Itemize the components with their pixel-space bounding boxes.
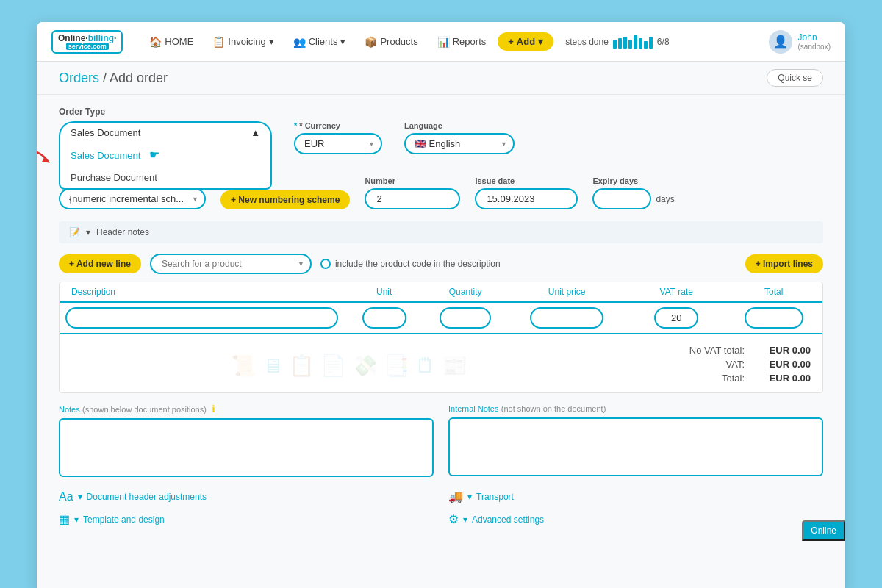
wm-icon-3: 📋 <box>289 354 315 378</box>
wm-icon-5: 💸 <box>352 354 378 378</box>
lines-toolbar: + Add new line include the product code … <box>59 254 823 274</box>
order-type-label: Order Type <box>59 107 823 117</box>
numbering-select[interactable]: {numeric incremental sch... <box>59 188 206 209</box>
language-select[interactable]: 🇬🇧 English 🇵🇱 Polish 🇩🇪 German <box>404 133 514 154</box>
currency-group: * * Currency EUR USD GBP PLN <box>294 121 382 154</box>
number-input[interactable] <box>365 188 460 209</box>
collapse-arrow-2: ▾ <box>74 514 79 525</box>
days-suffix: days <box>656 194 674 204</box>
internal-notes-block: Internal Notes (not shown on the documen… <box>448 404 823 479</box>
add-dropdown-icon: ▾ <box>538 36 543 47</box>
bottom-collapsibles: Aa ▾ Document header adjustments ▦ ▾ Tem… <box>59 487 823 529</box>
collapse-arrow-4: ▾ <box>463 514 467 525</box>
template-design-label: Template and design <box>83 514 165 525</box>
col-unit: Unit <box>344 282 425 302</box>
row-quantity-input[interactable] <box>440 307 491 329</box>
col-quantity: Quantity <box>425 282 506 302</box>
wm-icon-1: 📜 <box>231 354 257 378</box>
logo-line2: service.com <box>66 43 109 50</box>
advanced-settings-toggle[interactable]: ⚙ ▾ Advanced settings <box>448 509 823 529</box>
include-code-radio[interactable] <box>320 259 331 269</box>
logo[interactable]: Online·billing· service.com <box>51 30 123 54</box>
nav-home[interactable]: 🏠 HOME <box>142 32 201 52</box>
svg-marker-0 <box>42 157 50 163</box>
issue-date-input[interactable] <box>475 188 578 209</box>
transport-label: Transport <box>476 492 514 502</box>
collapse-arrow-1: ▾ <box>78 492 82 502</box>
invoicing-dropdown-icon: ▾ <box>269 36 274 47</box>
notes-block: Notes (shown below document positions) ℹ <box>59 404 434 479</box>
currency-select[interactable]: EUR USD GBP PLN <box>294 133 382 154</box>
language-label: Language <box>404 121 514 130</box>
nav-add[interactable]: + + Add Add ▾ <box>498 32 553 51</box>
col-total: Total <box>725 282 822 302</box>
arrow-pointer <box>37 143 55 173</box>
row-unit-price-input[interactable] <box>530 307 603 329</box>
avatar: 👤 <box>769 30 792 54</box>
order-type-option-sales[interactable]: Sales Document ☛ <box>60 143 270 167</box>
advanced-icon: ⚙ <box>448 512 459 526</box>
doc-header-adj-toggle[interactable]: Aa ▾ Document header adjustments <box>59 487 434 506</box>
no-vat-value: EUR 0.00 <box>759 345 811 356</box>
total-value: EUR 0.00 <box>759 373 811 384</box>
row-vat-rate-input[interactable] <box>654 307 698 329</box>
nav-invoicing[interactable]: 📋 Invoicing ▾ <box>205 32 281 52</box>
wm-icon-7: 🗒 <box>415 354 436 378</box>
main-content: Order Type Sales Document ▲ Sales Docume <box>37 95 845 588</box>
lines-table: Description Unit Quantity Unit price VAT… <box>60 282 822 333</box>
new-scheme-button[interactable]: + New numbering scheme <box>220 190 350 209</box>
import-lines-button[interactable]: + Import lines <box>745 254 823 273</box>
order-type-menu: Sales Document ☛ Purchase Document <box>59 143 272 190</box>
steps-bars <box>613 35 653 49</box>
row-unit-input[interactable] <box>362 307 406 329</box>
nav-clients[interactable]: 👥 Clients ▾ <box>286 32 354 52</box>
search-product-wrap <box>150 254 312 274</box>
products-icon: 📦 <box>365 36 377 48</box>
row-description-input[interactable] <box>65 307 338 329</box>
order-type-trigger[interactable]: Sales Document ▲ <box>59 121 272 143</box>
header-notes-toggle[interactable]: 📝 ▾ Header notes <box>59 221 823 243</box>
notes-textarea[interactable] <box>59 418 434 477</box>
col-description: Description <box>60 282 344 302</box>
transport-toggle[interactable]: 🚚 ▾ Transport <box>448 487 823 506</box>
currency-label: * * Currency <box>294 121 382 130</box>
chevron-up-icon: ▲ <box>251 127 260 138</box>
number-group: Number <box>365 176 460 209</box>
wm-icon-4: 📄 <box>320 354 346 378</box>
total-label: Total: <box>722 373 745 384</box>
clients-icon: 👥 <box>293 36 306 48</box>
totals-numbers: No VAT total: EUR 0.00 VAT: EUR 0.00 Tot… <box>639 339 822 392</box>
nav-products[interactable]: 📦 Products <box>357 32 425 52</box>
col-unit-price: Unit price <box>506 282 628 302</box>
online-button[interactable]: Online <box>802 520 845 541</box>
nav-reports[interactable]: 📊 Reports <box>430 32 494 52</box>
wm-icon-2: 🖥 <box>262 354 283 378</box>
order-type-option-purchase[interactable]: Purchase Document <box>60 167 270 188</box>
issue-date-label: Issue date <box>475 176 578 185</box>
col-vat-rate: VAT rate <box>628 282 725 302</box>
advanced-settings-label: Advanced settings <box>472 514 544 525</box>
add-line-button[interactable]: + Add new line <box>59 254 141 273</box>
internal-notes-label: Internal Notes (not shown on the documen… <box>448 404 823 414</box>
issue-date-group: Issue date <box>475 176 578 209</box>
user-menu[interactable]: 👤 John (sandbox) <box>769 30 831 54</box>
reports-icon: 📊 <box>437 36 450 48</box>
totals-row: 📜 🖥 📋 📄 💸 📑 🗒 📰 No VAT total: EUR 0.00 <box>60 333 822 392</box>
internal-notes-textarea[interactable] <box>448 417 823 476</box>
info-icon: ℹ <box>212 404 215 415</box>
template-design-toggle[interactable]: ▦ ▾ Template and design <box>59 509 434 529</box>
logo-line1: Online·billing· <box>58 34 116 43</box>
collapse-arrow-3: ▾ <box>467 492 472 502</box>
order-type-dropdown[interactable]: Sales Document ▲ Sales Document ☛ Purcha… <box>59 121 272 143</box>
doc-header-adj-label: Document header adjustments <box>87 492 207 502</box>
expiry-days-group: Expiry days days <box>592 176 674 209</box>
numbering-select-wrap: {numeric incremental sch... <box>59 188 206 209</box>
search-product-input[interactable] <box>150 254 312 274</box>
row-total-input[interactable] <box>745 307 803 329</box>
home-icon: 🏠 <box>149 36 162 48</box>
expiry-days-input[interactable] <box>592 188 651 209</box>
include-code-label[interactable]: include the product code in the descript… <box>320 259 501 269</box>
quick-search-button[interactable]: Quick se <box>767 69 823 87</box>
header-notes-label: Header notes <box>96 227 149 237</box>
notes-label: Notes (shown below document positions) ℹ <box>59 404 434 415</box>
